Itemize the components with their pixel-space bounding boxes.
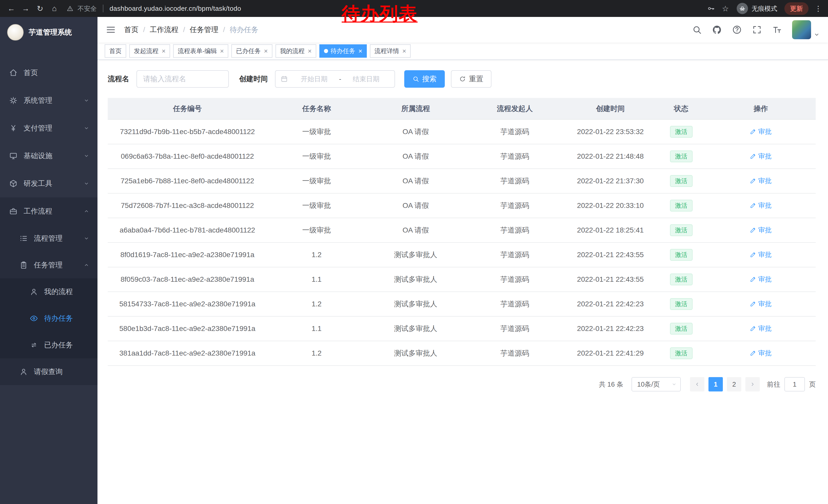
sidebar-item-payment[interactable]: 支付管理 <box>0 114 97 142</box>
chevron-right-icon <box>750 381 755 387</box>
help-icon[interactable] <box>732 25 742 35</box>
approve-button[interactable]: 审批 <box>750 127 772 136</box>
sidebar-item-label: 工作流程 <box>24 207 84 216</box>
approve-button[interactable]: 审批 <box>750 349 772 358</box>
process-name-input[interactable] <box>136 70 229 88</box>
tab-0[interactable]: 首页 <box>105 44 126 58</box>
created-time: 2022-01-21 22:42:23 <box>564 316 656 341</box>
warning-icon <box>67 5 73 12</box>
process-name: 测试多审批人 <box>366 292 465 316</box>
browser-home-icon[interactable]: ⌂ <box>48 2 60 15</box>
prev-page-button[interactable] <box>690 377 704 392</box>
breadcrumb-workflow[interactable]: 工作流程 <box>150 25 178 35</box>
sidebar-item-infrastructure[interactable]: 基础设施 <box>0 142 97 170</box>
browser-menu-icon[interactable]: ⋮ <box>815 4 822 13</box>
edit-icon <box>750 227 756 233</box>
browser-forward-icon[interactable]: → <box>19 2 32 15</box>
action-cell: 审批 <box>706 120 816 144</box>
approve-button[interactable]: 审批 <box>750 226 772 235</box>
date-range-picker[interactable]: 开始日期 - 结束日期 <box>275 70 395 88</box>
close-icon[interactable]: × <box>220 48 224 54</box>
goto-page-input[interactable] <box>784 377 805 392</box>
swap-icon <box>30 341 38 349</box>
tab-4[interactable]: 我的流程× <box>276 44 316 58</box>
sidebar-item-workflow[interactable]: 工作流程 <box>0 197 97 225</box>
status-cell: 激活 <box>656 218 706 242</box>
status-badge: 激活 <box>670 200 693 212</box>
tab-3[interactable]: 已办任务× <box>232 44 272 58</box>
approve-button[interactable]: 审批 <box>750 275 772 284</box>
col-initiator: 流程发起人 <box>465 98 564 120</box>
sidebar-item-process-mgmt[interactable]: 流程管理 <box>0 225 97 252</box>
avatar[interactable] <box>792 20 811 39</box>
font-size-icon[interactable] <box>772 25 782 35</box>
breadcrumb-separator: / <box>143 26 145 34</box>
sidebar-item-devtools[interactable]: 研发工具 <box>0 170 97 197</box>
list-icon <box>19 234 28 242</box>
incognito-icon <box>737 3 748 14</box>
approve-button[interactable]: 审批 <box>750 152 772 161</box>
close-icon[interactable]: × <box>264 48 267 54</box>
close-icon[interactable]: × <box>358 48 362 54</box>
reset-button[interactable]: 重置 <box>451 70 492 88</box>
close-icon[interactable]: × <box>162 48 165 54</box>
search-icon[interactable] <box>692 25 702 35</box>
browser-back-icon[interactable]: ← <box>5 2 17 15</box>
sidebar-item-label: 研发工具 <box>24 179 84 188</box>
tab-1[interactable]: 发起流程× <box>129 44 170 58</box>
update-button[interactable]: 更新 <box>784 2 809 15</box>
sidebar-item-todo-tasks[interactable]: 待办任务 <box>0 305 97 332</box>
start-date-placeholder: 开始日期 <box>291 75 338 84</box>
sidebar-item-done-tasks[interactable]: 已办任务 <box>0 332 97 358</box>
initiator: 芋道源码 <box>465 193 564 218</box>
close-icon[interactable]: × <box>402 48 406 54</box>
breadcrumb-home[interactable]: 首页 <box>124 25 138 35</box>
table-row: 73211d9d-7b9b-11ec-b5b7-acde48001122一级审批… <box>108 120 816 144</box>
approve-button[interactable]: 审批 <box>750 300 772 308</box>
key-icon[interactable] <box>705 2 717 15</box>
search-button[interactable]: 搜索 <box>404 70 445 88</box>
close-icon[interactable]: × <box>308 48 312 54</box>
created-time: 2022-01-22 18:25:41 <box>564 218 656 242</box>
fullscreen-icon[interactable] <box>752 25 762 35</box>
security-label[interactable]: 不安全 <box>78 4 97 13</box>
breadcrumb-task-mgmt[interactable]: 任务管理 <box>190 25 218 35</box>
action-cell: 审批 <box>706 292 816 316</box>
page-button-2[interactable]: 2 <box>727 377 741 392</box>
approve-button[interactable]: 审批 <box>750 250 772 259</box>
user-menu[interactable] <box>792 20 820 39</box>
pagination: 共 16 条 10条/页 1 2 前往 页 <box>108 377 816 392</box>
process-name-label: 流程名 <box>108 74 129 84</box>
approve-button[interactable]: 审批 <box>750 324 772 333</box>
sidebar-item-system[interactable]: 系统管理 <box>0 87 97 114</box>
page-size-select[interactable]: 10条/页 <box>631 377 681 392</box>
status-badge: 激活 <box>670 224 693 236</box>
task-id: 8f0d1619-7ac8-11ec-a9e2-a2380e71991a <box>108 242 267 267</box>
tab-2[interactable]: 流程表单-编辑× <box>173 44 228 58</box>
sidebar-toggle-icon[interactable] <box>106 25 116 35</box>
sidebar-item-home[interactable]: 首页 <box>0 59 97 87</box>
col-created: 创建时间 <box>564 98 656 120</box>
task-name: 1.2 <box>267 341 366 366</box>
person-icon <box>19 368 28 376</box>
bookmark-star-icon[interactable]: ☆ <box>719 2 732 15</box>
github-icon[interactable] <box>712 25 722 35</box>
next-page-button[interactable] <box>745 377 760 392</box>
refresh-icon <box>459 76 466 82</box>
status-cell: 激活 <box>656 292 706 316</box>
address-bar[interactable]: 不安全 dashboard.yudao.iocoder.cn/bpm/task/… <box>67 4 241 13</box>
sidebar-item-my-process[interactable]: 我的流程 <box>0 278 97 305</box>
task-name: 1.1 <box>267 316 366 341</box>
sidebar-item-task-mgmt[interactable]: 任务管理 <box>0 252 97 278</box>
tab-6[interactable]: 流程详情× <box>370 44 411 58</box>
tab-5[interactable]: 待办任务× <box>319 44 367 58</box>
status-badge: 激活 <box>670 249 693 261</box>
approve-button[interactable]: 审批 <box>750 201 772 210</box>
sidebar-item-label: 待办任务 <box>44 314 89 323</box>
page-button-1[interactable]: 1 <box>708 377 723 392</box>
approve-button[interactable]: 审批 <box>750 176 772 185</box>
url-text[interactable]: dashboard.yudao.iocoder.cn/bpm/task/todo <box>110 5 241 12</box>
sidebar-item-leave-query[interactable]: 请假查询 <box>0 358 97 385</box>
browser-reload-icon[interactable]: ↻ <box>34 2 46 15</box>
created-time: 2022-01-21 22:43:55 <box>564 267 656 292</box>
